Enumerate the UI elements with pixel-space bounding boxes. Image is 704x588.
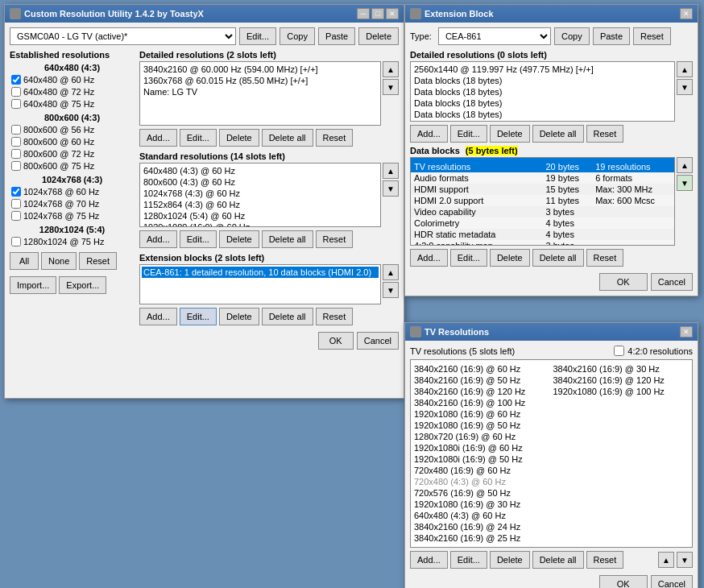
checkbox-1024x768-60[interactable] bbox=[11, 187, 21, 197]
checkbox-1024x768-75[interactable] bbox=[11, 211, 21, 221]
export-btn[interactable]: Export... bbox=[59, 276, 106, 294]
detailed-listbox[interactable]: 3840x2160 @ 60.000 Hz (594.00 MHz) [+/+]… bbox=[139, 61, 381, 126]
standard-down-btn[interactable]: ▼ bbox=[383, 180, 399, 197]
tv-deleteall-btn[interactable]: Delete all bbox=[532, 551, 584, 569]
detailed-edit-btn[interactable]: Edit... bbox=[180, 129, 217, 147]
data-row-video[interactable]: Video capability 3 bytes bbox=[411, 206, 674, 217]
standard-listbox[interactable]: 640x480 (4:3) @ 60 Hz 800x600 (4:3) @ 60… bbox=[139, 163, 381, 227]
tv-420-checkbox[interactable] bbox=[614, 346, 624, 356]
checkbox-800x600-60[interactable] bbox=[11, 137, 21, 147]
ext-paste-btn[interactable]: Paste bbox=[593, 27, 630, 45]
tv-title-bar: TV Resolutions ✕ bbox=[405, 323, 698, 341]
detailed-reset-btn[interactable]: Reset bbox=[316, 129, 354, 147]
checkbox-1024x768-70[interactable] bbox=[11, 199, 21, 209]
minimize-btn[interactable]: ─ bbox=[357, 8, 370, 19]
ext-det-reset[interactable]: Reset bbox=[586, 125, 624, 143]
ext-delete-btn[interactable]: Delete bbox=[219, 308, 259, 325]
tv-add-btn[interactable]: Add... bbox=[410, 551, 448, 569]
data-row-tv[interactable]: TV resolutions 20 bytes 19 resolutions bbox=[411, 161, 674, 172]
ext-detailed-listbox[interactable]: 2560x1440 @ 119.997 Hz (497.75 MHz) [+/+… bbox=[410, 61, 675, 122]
ext-detailed-down[interactable]: ▼ bbox=[677, 79, 693, 95]
checkbox-1280x1024-75[interactable] bbox=[11, 237, 21, 246]
checkbox-640x480-60[interactable] bbox=[11, 75, 21, 85]
data-row-hdr[interactable]: HDR static metadata 4 bytes bbox=[411, 229, 674, 240]
tv-ok-btn[interactable]: OK bbox=[599, 575, 648, 588]
reset-established-btn[interactable]: Reset bbox=[79, 252, 117, 270]
ext-listbox[interactable]: CEA-861: 1 detailed resolution, 10 data … bbox=[139, 264, 381, 304]
tv-close-btn[interactable]: ✕ bbox=[680, 326, 693, 337]
ext-ok-btn[interactable]: OK bbox=[599, 273, 648, 291]
detailed-down-btn[interactable]: ▼ bbox=[383, 79, 399, 95]
detailed-add-btn[interactable]: Add... bbox=[139, 129, 177, 147]
db-edit-btn[interactable]: Edit... bbox=[450, 249, 487, 267]
ext-up-btn[interactable]: ▲ bbox=[383, 264, 399, 280]
tv-reset-btn[interactable]: Reset bbox=[586, 551, 624, 569]
data-row-audio[interactable]: Audio formats 19 bytes 6 formats bbox=[411, 172, 674, 184]
detailed-deleteall-btn[interactable]: Delete all bbox=[262, 129, 313, 147]
main-columns: Established resolutions 640x480 (4:3) 64… bbox=[10, 50, 399, 350]
ext-reset-btn2[interactable]: Reset bbox=[633, 27, 671, 45]
audio-info: 6 formats bbox=[592, 172, 674, 184]
data-row-color[interactable]: Colorimetry 4 bytes bbox=[411, 217, 674, 229]
tv-delete-btn[interactable]: Delete bbox=[490, 551, 530, 569]
tv-edit-btn[interactable]: Edit... bbox=[450, 551, 487, 569]
standard-item-4: 1280x1024 (5:4) @ 60 Hz bbox=[142, 210, 379, 222]
standard-delete-btn[interactable]: Delete bbox=[219, 230, 259, 248]
detailed-delete-btn[interactable]: Delete bbox=[219, 129, 259, 147]
monitor-select[interactable]: GSMC0A0 - LG TV (active)* bbox=[10, 27, 236, 45]
edit-monitor-btn[interactable]: Edit... bbox=[239, 27, 276, 45]
db-reset-btn[interactable]: Reset bbox=[586, 249, 624, 267]
delete-monitor-btn[interactable]: Delete bbox=[358, 27, 399, 45]
db-down-btn[interactable]: ▼ bbox=[677, 175, 693, 191]
ext-det-edit[interactable]: Edit... bbox=[450, 125, 487, 143]
detailed-up-btn[interactable]: ▲ bbox=[383, 61, 399, 77]
tv-res-container[interactable]: 3840x2160 (16:9) @ 60 Hz 3840x2160 (16:9… bbox=[410, 359, 693, 548]
paste-monitor-btn[interactable]: Paste bbox=[318, 27, 355, 45]
video-name: Video capability bbox=[411, 206, 543, 217]
db-add-btn[interactable]: Add... bbox=[410, 249, 448, 267]
hdr-name: HDR static metadata bbox=[411, 229, 543, 240]
none-btn[interactable]: None bbox=[41, 252, 77, 270]
all-btn[interactable]: All bbox=[10, 252, 39, 270]
ext-close-btn[interactable]: ✕ bbox=[680, 8, 693, 19]
data-row-hdmi2[interactable]: HDMI 2.0 support 11 bytes Max: 600 Mcsc bbox=[411, 195, 674, 206]
data-row-hdmi[interactable]: HDMI support 15 bytes Max: 300 MHz bbox=[411, 184, 674, 195]
data-row-420[interactable]: 4:2:0 capability map 3 bytes bbox=[411, 240, 674, 246]
db-deleteall-btn[interactable]: Delete all bbox=[532, 249, 584, 267]
cru-ok-btn[interactable]: OK bbox=[318, 332, 354, 350]
db-delete-btn[interactable]: Delete bbox=[490, 249, 530, 267]
db-up-btn[interactable]: ▲ bbox=[677, 157, 693, 173]
copy-monitor-btn[interactable]: Copy bbox=[280, 27, 315, 45]
ext-cancel-btn[interactable]: Cancel bbox=[651, 273, 693, 291]
maximize-btn[interactable]: □ bbox=[371, 8, 384, 19]
ext-detailed-0: 2560x1440 @ 119.997 Hz (497.75 MHz) [+/+… bbox=[412, 64, 673, 75]
ext-edit-btn[interactable]: Edit... bbox=[180, 308, 217, 325]
checkbox-640x480-72[interactable] bbox=[11, 87, 21, 97]
ext-detailed-up[interactable]: ▲ bbox=[677, 61, 693, 77]
checkbox-800x600-56[interactable] bbox=[11, 125, 21, 135]
tv-up-btn[interactable]: ▲ bbox=[658, 552, 674, 568]
ext-add-btn[interactable]: Add... bbox=[139, 308, 177, 325]
ext-reset-btn[interactable]: Reset bbox=[316, 308, 354, 325]
standard-add-btn[interactable]: Add... bbox=[139, 230, 177, 248]
data-blocks-listbox[interactable]: TV resolutions 20 bytes 19 resolutions A… bbox=[410, 157, 675, 246]
checkbox-800x600-75[interactable] bbox=[11, 161, 21, 171]
import-btn[interactable]: Import... bbox=[10, 276, 56, 294]
ext-det-add[interactable]: Add... bbox=[410, 125, 448, 143]
standard-up-btn[interactable]: ▲ bbox=[383, 163, 399, 179]
standard-reset-btn[interactable]: Reset bbox=[316, 230, 354, 248]
ext-copy-btn[interactable]: Copy bbox=[554, 27, 590, 45]
checkbox-640x480-75[interactable] bbox=[11, 99, 21, 109]
tv-cancel-btn[interactable]: Cancel bbox=[651, 575, 693, 588]
checkbox-800x600-72[interactable] bbox=[11, 149, 21, 159]
ext-deleteall-btn[interactable]: Delete all bbox=[262, 308, 313, 325]
ext-det-delete[interactable]: Delete bbox=[490, 125, 530, 143]
close-btn[interactable]: ✕ bbox=[386, 8, 399, 19]
tv-down-btn[interactable]: ▼ bbox=[677, 552, 693, 568]
type-select[interactable]: CEA-861 bbox=[438, 27, 551, 45]
cru-cancel-btn[interactable]: Cancel bbox=[357, 332, 399, 350]
ext-down-btn[interactable]: ▼ bbox=[383, 282, 399, 298]
standard-deleteall-btn[interactable]: Delete all bbox=[262, 230, 313, 248]
standard-edit-btn[interactable]: Edit... bbox=[180, 230, 217, 248]
ext-det-deleteall[interactable]: Delete all bbox=[532, 125, 584, 143]
